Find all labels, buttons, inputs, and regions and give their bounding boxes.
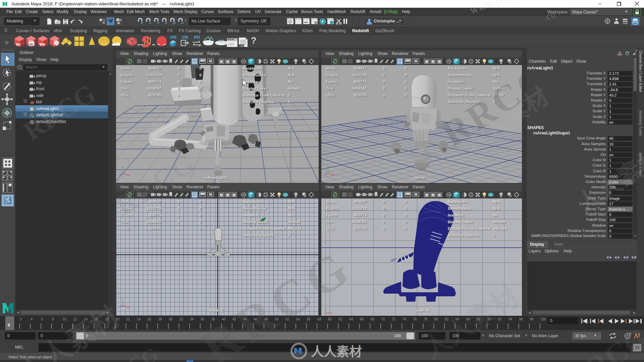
svg-text:</>: </> (228, 43, 234, 46)
svg-text:76: 76 (413, 317, 417, 321)
svg-text:64: 64 (349, 317, 353, 321)
svg-text:Y: Y (327, 166, 329, 169)
svg-text:62: 62 (339, 317, 343, 321)
svg-text:28: 28 (158, 317, 162, 321)
svg-text:2: 2 (20, 317, 22, 321)
svg-text:32: 32 (179, 317, 183, 321)
svg-text:68: 68 (370, 317, 374, 321)
svg-text:96: 96 (519, 317, 523, 321)
svg-text:22: 22 (126, 317, 130, 321)
svg-text:100: 100 (540, 317, 546, 321)
svg-text:58: 58 (317, 317, 321, 321)
svg-text:98: 98 (530, 317, 534, 321)
svg-text:34: 34 (190, 317, 194, 321)
svg-text:78: 78 (424, 317, 428, 321)
svg-text:Y: Y (121, 298, 123, 301)
svg-text:.LOG: .LOG (239, 45, 244, 47)
svg-text:123: 123 (29, 43, 33, 46)
svg-text:8: 8 (52, 317, 54, 321)
svg-text:74: 74 (402, 317, 406, 321)
svg-text:30: 30 (169, 317, 173, 321)
svg-text:4: 4 (31, 317, 33, 321)
svg-text:70: 70 (381, 317, 385, 321)
svg-text:RV: RV (16, 43, 21, 47)
svg-text:24: 24 (137, 317, 141, 321)
svg-text:60: 60 (328, 317, 332, 321)
svg-text:IPR: IPR (40, 43, 45, 47)
svg-text:72: 72 (392, 317, 396, 321)
svg-text:IPR: IPR (304, 21, 308, 23)
svg-text:26: 26 (148, 317, 152, 321)
svg-text:Y: Y (121, 166, 123, 169)
svg-text:66: 66 (360, 317, 364, 321)
svg-text:人人素材: 人人素材 (311, 345, 362, 359)
svg-text:6: 6 (41, 317, 43, 321)
